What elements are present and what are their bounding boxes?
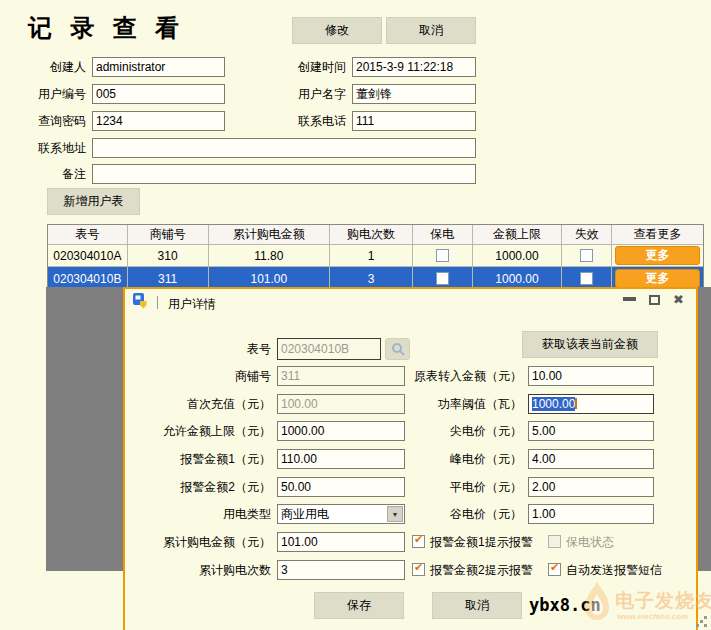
header-protect: 保电 — [413, 225, 473, 244]
invalid-checkbox[interactable] — [580, 272, 593, 285]
checkbox-checked-icon[interactable] — [412, 535, 425, 548]
total-amount-input[interactable] — [277, 532, 405, 552]
user-name-label: 用户名字 — [278, 84, 346, 104]
selected-text: 1000.00 — [532, 397, 575, 411]
text-caret — [575, 398, 577, 409]
create-time-label: 创建时间 — [278, 57, 346, 77]
elec-type-value: 商业用电 — [281, 506, 329, 523]
table-header-row: 表号 商铺号 累计购电金额 购电次数 保电 金额上限 失效 查看更多 — [48, 225, 703, 244]
auto-sms-label: 自动发送报警短信 — [566, 563, 662, 577]
header-buy-count: 购电次数 — [330, 225, 413, 244]
remark-label: 备注 — [14, 164, 86, 184]
dialog-cancel-button[interactable]: 取消 — [432, 592, 522, 619]
more-button[interactable]: 更多 — [615, 246, 700, 265]
header-meter-no: 表号 — [48, 225, 128, 244]
user-name-input[interactable] — [352, 84, 476, 104]
valley-price-input[interactable] — [528, 504, 654, 524]
cell-limit: 1000.00 — [473, 245, 563, 266]
power-threshold-input[interactable]: 1000.00 — [528, 394, 654, 414]
first-recharge-input[interactable] — [277, 394, 405, 414]
address-input[interactable] — [92, 138, 476, 158]
cell-meter-no: 020304010A — [48, 245, 128, 266]
power-threshold-label: 功率阈值（瓦） — [405, 394, 522, 414]
add-meter-button[interactable]: 新增用户表 — [47, 188, 140, 215]
meter-no-input[interactable] — [277, 338, 381, 360]
header-limit: 金额上限 — [473, 225, 563, 244]
shop-no-label: 商铺号 — [127, 366, 271, 386]
dialog-title: 用户详情 — [168, 296, 216, 313]
checkbox-disabled-icon — [548, 535, 561, 548]
sharp-price-input[interactable] — [528, 421, 654, 441]
protect-status-label: 保电状态 — [566, 535, 614, 549]
user-no-label: 用户编号 — [14, 84, 86, 104]
flat-price-input[interactable] — [528, 477, 654, 497]
close-icon[interactable]: ✖ — [673, 294, 684, 306]
alarm2-notify-label: 报警金额2提示报警 — [430, 563, 533, 577]
search-icon — [391, 342, 405, 356]
alarm1-label: 报警金额1（元） — [127, 449, 271, 469]
create-time-input[interactable] — [352, 57, 476, 77]
header-invalid: 失效 — [562, 225, 612, 244]
resize-grip[interactable] — [696, 616, 708, 628]
meter-no-label: 表号 — [127, 339, 271, 359]
peak-price-input[interactable] — [528, 449, 654, 469]
protect-checkbox[interactable] — [436, 272, 449, 285]
more-button[interactable]: 更多 — [615, 269, 700, 288]
save-button[interactable]: 保存 — [314, 592, 404, 619]
peak-price-label: 峰电价（元） — [405, 449, 522, 469]
first-recharge-label: 首次充值（元） — [127, 394, 271, 414]
get-current-amount-button[interactable]: 获取该表当前金额 — [522, 331, 658, 358]
elec-type-dropdown[interactable]: 商业用电 ▼ — [277, 504, 405, 524]
modify-button[interactable]: 修改 — [292, 17, 382, 44]
total-count-input[interactable] — [277, 560, 405, 580]
total-count-label: 累计购电次数 — [127, 560, 271, 580]
cancel-button[interactable]: 取消 — [386, 17, 476, 44]
protect-status-checkbox: 保电状态 — [548, 535, 614, 549]
query-pwd-label: 查询密码 — [14, 111, 86, 131]
total-amount-label: 累计购电金额（元） — [127, 532, 271, 552]
dialog-icon — [133, 293, 149, 309]
creator-label: 创建人 — [14, 57, 86, 77]
elec-type-label: 用电类型 — [127, 504, 271, 524]
minimize-button[interactable] — [623, 297, 636, 301]
valley-price-label: 谷电价（元） — [405, 504, 522, 524]
sharp-price-label: 尖电价（元） — [405, 421, 522, 441]
alarm1-notify-label: 报警金额1提示报警 — [430, 535, 533, 549]
table-row[interactable]: 020304010A 310 11.80 1 1000.00 更多 — [48, 244, 703, 266]
shop-no-input[interactable] — [277, 366, 405, 386]
page-title: 记 录 查 看 — [28, 12, 184, 44]
transfer-amount-input[interactable] — [528, 366, 654, 386]
alarm1-notify-checkbox[interactable]: 报警金额1提示报警 — [412, 535, 533, 549]
checkbox-checked-icon[interactable] — [548, 563, 561, 576]
cell-total-amount: 11.80 — [209, 245, 331, 266]
meter-table: 表号 商铺号 累计购电金额 购电次数 保电 金额上限 失效 查看更多 02030… — [47, 224, 704, 291]
alarm2-input[interactable] — [277, 477, 405, 497]
flat-price-label: 平电价（元） — [405, 477, 522, 497]
phone-label: 联系电话 — [278, 111, 346, 131]
header-shop-no: 商铺号 — [128, 225, 209, 244]
invalid-checkbox[interactable] — [580, 249, 593, 262]
alarm2-notify-checkbox[interactable]: 报警金额2提示报警 — [412, 563, 533, 577]
chevron-down-icon[interactable]: ▼ — [387, 506, 403, 522]
cell-buy-count: 1 — [330, 245, 413, 266]
alarm1-input[interactable] — [277, 449, 405, 469]
site-watermark: ybx8.cn — [529, 595, 601, 615]
search-meter-button[interactable] — [385, 338, 410, 360]
record-view-window: { "colors": { "background": "#FBFBE3", "… — [0, 0, 711, 630]
phone-input[interactable] — [352, 111, 476, 131]
checkbox-checked-icon[interactable] — [412, 563, 425, 576]
maximize-button[interactable] — [649, 295, 660, 305]
allow-limit-input[interactable] — [277, 421, 405, 441]
user-no-input[interactable] — [92, 84, 225, 104]
address-label: 联系地址 — [14, 138, 86, 158]
auto-sms-checkbox[interactable]: 自动发送报警短信 — [548, 563, 662, 577]
creator-input[interactable] — [92, 57, 225, 77]
remark-input[interactable] — [92, 164, 476, 184]
alarm2-label: 报警金额2（元） — [127, 477, 271, 497]
header-more: 查看更多 — [612, 225, 703, 244]
protect-checkbox[interactable] — [436, 249, 449, 262]
allow-limit-label: 允许金额上限（元） — [127, 421, 271, 441]
cell-shop-no: 310 — [128, 245, 209, 266]
query-pwd-input[interactable] — [92, 111, 225, 131]
header-total-amount: 累计购电金额 — [209, 225, 331, 244]
